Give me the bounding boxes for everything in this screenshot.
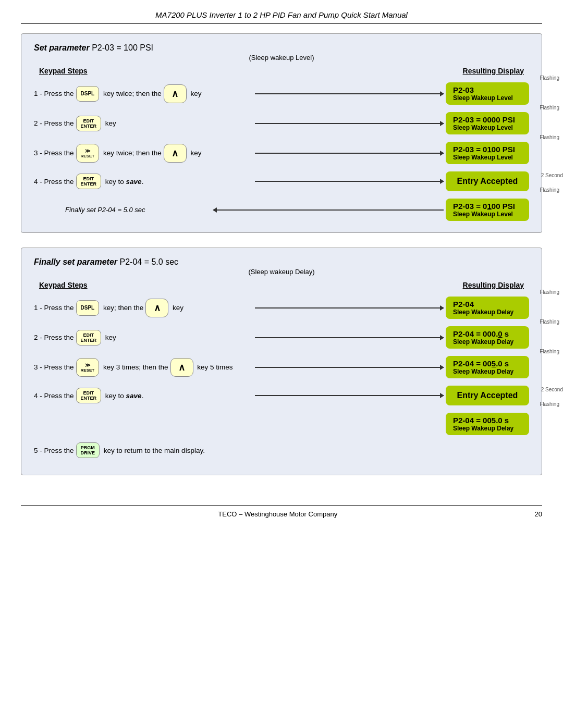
box2-step-4: 4 - Press the EDITENTER key to save. Ent… bbox=[34, 386, 529, 405]
box2-finally-display: P2-04 = 005.0 s Sleep Wakeup Delay bbox=[446, 413, 529, 435]
box1-reset-key[interactable]: ≫RESET bbox=[76, 144, 100, 163]
box2-step2-disp-bot: Sleep Wakeup Delay bbox=[453, 338, 522, 346]
box2-step4-text-after: key to save. bbox=[103, 392, 143, 400]
diagram-box-2: Finally set parameter P2-04 = 5.0 sec (S… bbox=[21, 248, 542, 475]
box1-finally-disp-top: P2-03 = 0100 PSI bbox=[453, 202, 522, 211]
box1-step4-arrow bbox=[255, 181, 444, 182]
box1-step2-display: P2-03 = 0000 PSI Sleep Wakeup Level bbox=[446, 112, 529, 134]
box2-title-rest: P2-04 = 5.0 sec bbox=[117, 257, 178, 266]
box1-step1-flashing: Flashing bbox=[540, 75, 559, 81]
box2-step2-disp-top: P2-04 = 000.0 s bbox=[453, 329, 522, 338]
box1-step2-left: 2 - Press the EDITENTER key bbox=[34, 116, 253, 131]
box2-step1-left: 1 - Press the DSPL key; then the ∧ key bbox=[34, 299, 253, 317]
box2-step3-text-mid: key 3 times; then the bbox=[101, 363, 168, 371]
box2-step2-right: P2-04 = 000.0 s Sleep Wakeup Delay Flash… bbox=[253, 326, 529, 349]
box2-step2-arrow bbox=[255, 337, 444, 338]
box1-step-1: 1 - Press the DSPL key twice; then the ∧… bbox=[34, 82, 529, 105]
box2-step5-text-after: key to return to the main display. bbox=[102, 447, 205, 454]
box2-step4-entry-wrapper: Entry Accepted 2 Seconds Flashing bbox=[446, 386, 529, 405]
box1-step2-arrow bbox=[255, 123, 444, 124]
box2-step1-flashing: Flashing bbox=[540, 289, 559, 295]
box2-two-seconds: 2 Seconds bbox=[541, 387, 563, 392]
box2-step-1: 1 - Press the DSPL key; then the ∧ key P… bbox=[34, 297, 529, 319]
box1-dspl-key[interactable]: DSPL bbox=[76, 86, 100, 102]
box2-col-right: Resulting Display bbox=[463, 281, 524, 289]
box1-step2-flashing: Flashing bbox=[540, 105, 559, 110]
box1-step3-right: P2-03 = 0100 PSI Sleep Wakeup Level Flas… bbox=[253, 142, 529, 164]
box2-title-italic: Finally set parameter bbox=[34, 257, 117, 266]
box2-step3-text-after: key 5 times bbox=[195, 363, 233, 371]
footer-company: TECO – Westinghouse Motor Company bbox=[218, 510, 337, 518]
box1-step3-arrow bbox=[255, 153, 444, 154]
box1-step4-text-before: 4 - Press the bbox=[34, 178, 74, 186]
box1-step3-text-mid: key twice; then the bbox=[101, 149, 162, 157]
box1-edit-enter-key-4[interactable]: EDITENTER bbox=[76, 174, 102, 189]
box2-up-arrow-key-3[interactable]: ∧ bbox=[170, 358, 193, 377]
box1-step2-right: P2-03 = 0000 PSI Sleep Wakeup Level Flas… bbox=[253, 112, 529, 134]
box2-step1-text-mid: key; then the bbox=[101, 304, 143, 312]
box2-step3-right: P2-04 = 005.0 s Sleep Wakeup Delay Flash… bbox=[253, 356, 529, 378]
box1-edit-enter-key-2[interactable]: EDITENTER bbox=[76, 116, 102, 131]
box2-reset-key[interactable]: ≫RESET bbox=[76, 358, 100, 377]
box1-step1-display: P2-03 Sleep Wakeup Level bbox=[446, 82, 529, 105]
box2-step3-left: 3 - Press the ≫RESET key 3 times; then t… bbox=[34, 358, 253, 377]
box1-up-arrow-key-1[interactable]: ∧ bbox=[164, 84, 187, 103]
box2-subtitle: (Sleep wakeup Delay) bbox=[34, 268, 529, 276]
box2-step-2: 2 - Press the EDITENTER key P2-04 = 000.… bbox=[34, 326, 529, 349]
box1-step3-display-wrapper: P2-03 = 0100 PSI Sleep Wakeup Level Flas… bbox=[446, 142, 529, 164]
box2-step4-text-before: 4 - Press the bbox=[34, 392, 74, 400]
box1-finally-row: Finally set P2-04 = 5.0 sec P2-03 = 0100… bbox=[65, 199, 529, 221]
header-title: MA7200 PLUS Inverter 1 to 2 HP PID Fan a… bbox=[155, 10, 408, 19]
box2-step3-disp-top: P2-04 = 005.0 s bbox=[453, 359, 522, 368]
box1-title-rest: P2-03 = 100 PSI bbox=[90, 43, 153, 52]
box2-entry-accepted: Entry Accepted bbox=[446, 386, 529, 405]
diagram-box-1: Set parameter P2-03 = 100 PSI (Sleep wak… bbox=[21, 33, 542, 233]
box1-entry-accepted: Entry Accepted bbox=[446, 171, 529, 191]
box2-step2-display: P2-04 = 000.0 s Sleep Wakeup Delay bbox=[446, 326, 529, 349]
box2-up-arrow-key-1[interactable]: ∧ bbox=[145, 299, 168, 317]
page-header: MA7200 PLUS Inverter 1 to 2 HP PID Fan a… bbox=[21, 10, 542, 24]
box1-step3-text-after: key bbox=[189, 149, 202, 157]
box2-step2-text-before: 2 - Press the bbox=[34, 334, 74, 341]
box2-prgm-drive-key[interactable]: PRGMDRIVE bbox=[76, 442, 100, 458]
page-footer: TECO – Westinghouse Motor Company 20 bbox=[21, 505, 542, 518]
box1-step3-flashing: Flashing bbox=[540, 134, 559, 140]
box2-title: Finally set parameter P2-04 = 5.0 sec bbox=[34, 257, 529, 267]
box1-step1-display-wrapper: P2-03 Sleep Wakeup Level Flashing bbox=[446, 82, 529, 105]
box2-step1-display: P2-04 Sleep Wakeup Delay bbox=[446, 297, 529, 319]
box2-edit-enter-key-4[interactable]: EDITENTER bbox=[76, 388, 102, 403]
box1-two-seconds: 2 Seconds bbox=[541, 172, 563, 178]
box2-finally-disp-bot: Sleep Wakeup Delay bbox=[453, 425, 522, 432]
box1-step-3: 3 - Press the ≫RESET key twice; then the… bbox=[34, 142, 529, 164]
box2-step3-display: P2-04 = 005.0 s Sleep Wakeup Delay bbox=[446, 356, 529, 378]
box1-step1-disp-top: P2-03 bbox=[453, 85, 522, 94]
box1-title-italic: Set parameter bbox=[34, 43, 90, 52]
box1-step4-entry-wrapper: Entry Accepted 2 Seconds Flashing bbox=[446, 171, 529, 191]
box1-finally-text: Finally set P2-04 = 5.0 sec bbox=[65, 206, 211, 214]
box1-step2-text-before: 2 - Press the bbox=[34, 119, 74, 127]
box2-step3-disp-bot: Sleep Wakeup Delay bbox=[453, 368, 522, 375]
box2-step1-text-before: 1 - Press the bbox=[34, 304, 74, 312]
box2-step3-display-wrapper: P2-04 = 005.0 s Sleep Wakeup Delay Flash… bbox=[446, 356, 529, 378]
box1-up-arrow-key-3[interactable]: ∧ bbox=[164, 144, 187, 163]
box2-edit-enter-key-2[interactable]: EDITENTER bbox=[76, 330, 102, 346]
box1-step3-text-before: 3 - Press the bbox=[34, 149, 74, 157]
box1-subtitle: (Sleep wakeup Level) bbox=[34, 54, 529, 61]
box2-step2-left: 2 - Press the EDITENTER key bbox=[34, 330, 253, 346]
box2-step1-text-after: key bbox=[170, 304, 183, 312]
box1-step3-left: 3 - Press the ≫RESET key twice; then the… bbox=[34, 144, 253, 163]
box1-step-2: 2 - Press the EDITENTER key P2-03 = 0000… bbox=[34, 112, 529, 134]
box2-finally-display-wrapper: P2-04 = 005.0 s Sleep Wakeup Delay bbox=[446, 413, 529, 435]
box2-step1-arrow bbox=[255, 307, 444, 309]
box2-step3-arrow bbox=[255, 367, 444, 368]
box2-step4-right: Entry Accepted 2 Seconds Flashing bbox=[253, 386, 529, 405]
box1-step-4: 4 - Press the EDITENTER key to save. Ent… bbox=[34, 171, 529, 191]
box2-step-5: 5 - Press the PRGMDRIVE key to return to… bbox=[34, 442, 529, 458]
box2-step3-text-before: 3 - Press the bbox=[34, 363, 74, 371]
box1-finally-display: P2-03 = 0100 PSI Sleep Wakeup Level bbox=[446, 199, 529, 221]
box1-finally-display-wrapper: P2-03 = 0100 PSI Sleep Wakeup Level bbox=[446, 199, 529, 221]
box1-step3-display: P2-03 = 0100 PSI Sleep Wakeup Level bbox=[446, 142, 529, 164]
box2-dspl-key[interactable]: DSPL bbox=[76, 300, 100, 316]
box2-step-3: 3 - Press the ≫RESET key 3 times; then t… bbox=[34, 356, 529, 378]
box1-finally-arrow bbox=[213, 209, 444, 211]
